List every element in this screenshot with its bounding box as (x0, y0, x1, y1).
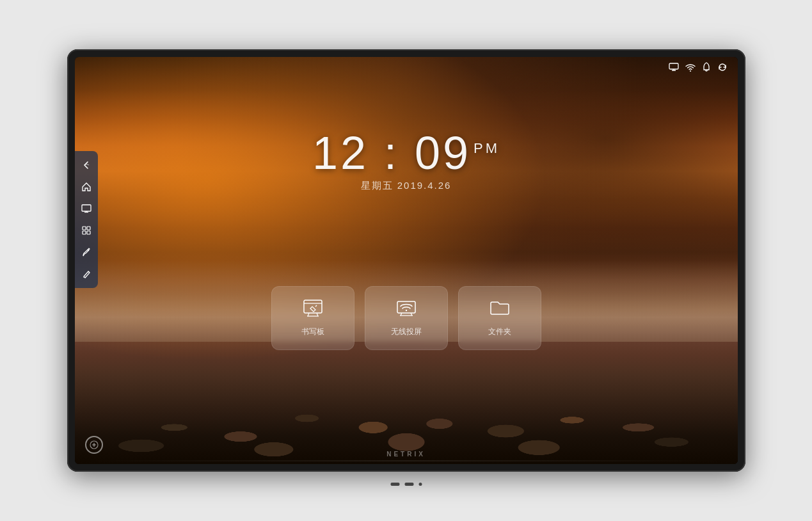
folder-icon (489, 299, 511, 320)
brand-label: NETRIX (386, 451, 426, 458)
svg-rect-19 (87, 227, 90, 230)
app-folder[interactable]: 文件夹 (458, 286, 541, 350)
sidebar-back[interactable] (77, 156, 95, 174)
sidebar-pencil[interactable] (77, 265, 95, 283)
svg-rect-0 (669, 63, 678, 69)
clock-time: 12 : 09PM (312, 130, 500, 176)
svg-point-3 (690, 70, 691, 72)
clock-area: 12 : 09PM 星期五 2019.4.26 (312, 130, 500, 192)
sidebar-home[interactable] (77, 178, 95, 196)
bezel-dash2 (404, 483, 413, 486)
sidebar-screen[interactable] (77, 200, 95, 218)
bezel-dash1 (390, 483, 399, 486)
monitor-icon (669, 63, 679, 74)
app-folder-label: 文件夹 (488, 326, 511, 337)
sidebar-apps[interactable] (77, 221, 95, 239)
svg-rect-15 (82, 205, 91, 211)
app-whiteboard-label: 书写板 (301, 326, 324, 337)
svg-rect-20 (83, 231, 86, 234)
tv-screen: 12 : 09PM 星期五 2019.4.26 (75, 57, 738, 464)
tv-bottom-bar (88, 460, 725, 461)
bezel-indicators (390, 483, 422, 486)
whiteboard-icon (303, 299, 323, 320)
sidebar-brush[interactable] (77, 243, 95, 261)
app-grid: 书写板 无线投屏 (271, 286, 541, 350)
tv-outer: 12 : 09PM 星期五 2019.4.26 (67, 49, 745, 472)
app-wireless[interactable]: 无线投屏 (365, 286, 448, 350)
svg-line-23 (88, 271, 90, 273)
app-wireless-label: 无线投屏 (391, 326, 422, 337)
clock-period: PM (474, 140, 500, 156)
bezel-dot1 (418, 483, 422, 486)
sync-icon (717, 62, 728, 74)
svg-line-9 (315, 305, 317, 307)
svg-point-11 (405, 310, 406, 311)
app-whiteboard[interactable]: 书写板 (271, 286, 354, 350)
svg-rect-18 (83, 227, 86, 230)
wireless-icon (395, 299, 417, 320)
wifi-icon (685, 63, 696, 74)
status-bar (669, 62, 728, 74)
bell-icon (702, 62, 711, 74)
sidebar (75, 151, 98, 288)
svg-rect-21 (87, 231, 90, 234)
bottom-circle-btn[interactable] (85, 436, 103, 454)
clock-date: 星期五 2019.4.26 (312, 180, 500, 192)
